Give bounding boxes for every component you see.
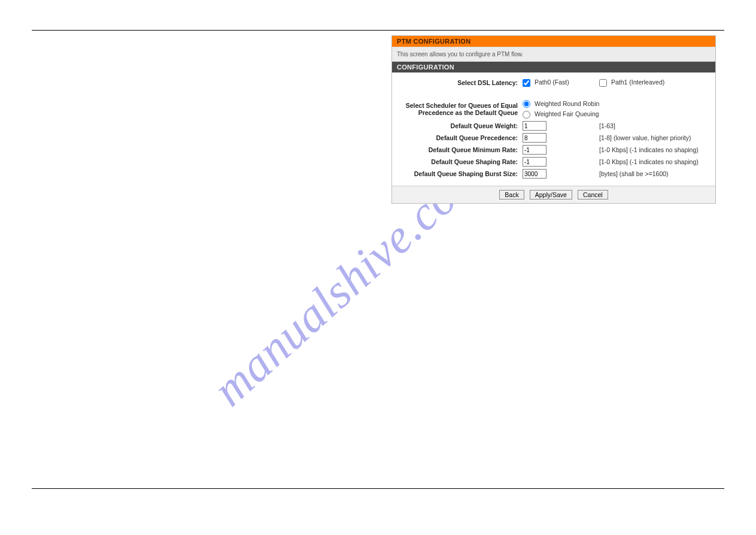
weight-label: Default Queue Weight: [396, 120, 520, 132]
scheduler-wrr-label: Weighted Round Robin [535, 100, 599, 107]
apply-button[interactable]: Apply/Save [530, 190, 572, 200]
row-precedence: Default Queue Precedence: [1-8] (lower v… [396, 132, 712, 144]
scheduler-wfq-radio[interactable] [523, 111, 530, 119]
path0-checkbox[interactable] [523, 79, 530, 87]
shaping-rate-hint: [1-0 Kbps] (-1 indicates no shaping) [597, 156, 712, 168]
min-rate-label: Default Queue Minimum Rate: [396, 144, 520, 156]
cancel-button[interactable]: Cancel [578, 190, 608, 200]
row-scheduler: Select Scheduler for Queues of Equal Pre… [396, 99, 712, 110]
precedence-input[interactable] [523, 133, 546, 143]
burst-label: Default Queue Shaping Burst Size: [396, 168, 520, 180]
shaping-rate-label: Default Queue Shaping Rate: [396, 156, 520, 168]
burst-hint: [bytes] (shall be >=1600) [597, 168, 712, 180]
scheduler-wfq-label: Weighted Fair Queuing [535, 110, 599, 117]
panel-description: This screen allows you to configure a PT… [392, 47, 715, 62]
row-min-rate: Default Queue Minimum Rate: [1-0 Kbps] (… [396, 144, 712, 156]
scheduler-wrr-radio[interactable] [523, 100, 530, 108]
ptm-config-panel: PTM CONFIGURATION This screen allows you… [391, 35, 716, 204]
dsl-latency-label: Select DSL Latency: [396, 77, 520, 88]
section-title: CONFIGURATION [392, 62, 715, 72]
scheduler-label: Select Scheduler for Queues of Equal Pre… [396, 99, 520, 120]
burst-input[interactable] [523, 169, 546, 179]
precedence-hint: [1-8] (lower value, higher priority) [597, 132, 712, 144]
min-rate-input[interactable] [523, 145, 546, 155]
row-burst: Default Queue Shaping Burst Size: [bytes… [396, 168, 712, 180]
precedence-label: Default Queue Precedence: [396, 132, 520, 144]
panel-footer: Back Apply/Save Cancel [392, 186, 715, 203]
weight-hint: [1-63] [597, 120, 712, 132]
weight-input[interactable] [523, 121, 546, 131]
back-button[interactable]: Back [499, 190, 524, 200]
path0-label: Path0 (Fast) [535, 78, 569, 86]
shaping-rate-input[interactable] [523, 157, 546, 167]
path1-checkbox[interactable] [599, 79, 607, 87]
path1-label: Path1 (Interleaved) [611, 78, 664, 86]
panel-body: Select DSL Latency: Path0 (Fast) Path1 (… [392, 72, 715, 186]
page-divider-top [32, 30, 724, 31]
row-dsl-latency: Select DSL Latency: Path0 (Fast) Path1 (… [396, 77, 712, 88]
row-shaping-rate: Default Queue Shaping Rate: [1-0 Kbps] (… [396, 156, 712, 168]
min-rate-hint: [1-0 Kbps] (-1 indicates no shaping) [597, 144, 712, 156]
row-weight: Default Queue Weight: [1-63] [396, 120, 712, 132]
panel-title: PTM CONFIGURATION [392, 36, 715, 47]
page-divider-bottom [32, 488, 724, 489]
